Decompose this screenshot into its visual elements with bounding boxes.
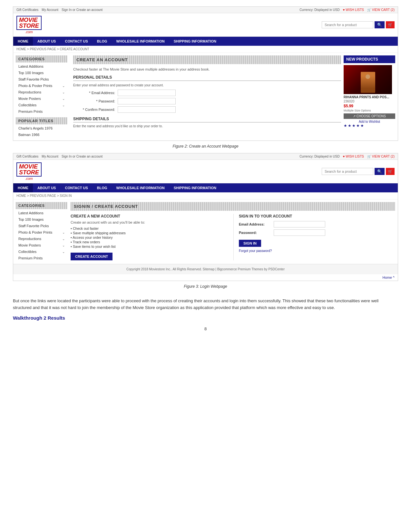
sidebar2-staff[interactable]: Staff Favorite Picks <box>16 223 67 229</box>
nav-contact1[interactable]: CONTACT US <box>60 37 92 46</box>
sidebar2-photo[interactable]: Photo & Poster Prints ⌄ <box>16 229 67 236</box>
page-title2: SIGNIN / CREATE ACCOUNT <box>71 202 395 211</box>
nav-contact2[interactable]: CONTACT US <box>60 183 92 192</box>
search-input1[interactable] <box>322 21 373 28</box>
confirm-label: * Confirm Password: <box>73 108 115 111</box>
signin-email-input[interactable] <box>274 221 325 227</box>
nav-shipping1[interactable]: SHIPPING INFORMATION <box>169 37 221 46</box>
wish-lists-link[interactable]: ♥ WISH LISTS <box>343 8 364 12</box>
footer-text: Copyright 2018 Moviestore Inc.. All Righ… <box>126 267 285 271</box>
password-input[interactable] <box>118 98 176 104</box>
new-products-title: NEW PRODUCTS <box>344 55 395 63</box>
bullet-history: Access your order history <box>71 235 227 240</box>
chevron-photo-2: ⌄ <box>62 231 65 234</box>
choose-options-button[interactable]: ↗ CHOOSE OPTIONS <box>344 113 395 119</box>
sidebar2-latest[interactable]: Latest Additions <box>16 210 67 216</box>
my-account-link2[interactable]: My Account <box>42 155 58 158</box>
nav-home2[interactable]: HOME <box>13 183 33 192</box>
personal-details-label: PERSONAL DETAILS <box>73 75 341 81</box>
add-wishlist-link[interactable]: Add to Wishlist <box>344 120 395 123</box>
nav-wholesale1[interactable]: WHOLESALE INFORMATION <box>112 37 169 46</box>
sidebar-reproductions-1[interactable]: Reproductions ⌄ <box>16 89 67 95</box>
logo2[interactable]: MOVIE STORE .com <box>16 162 42 180</box>
nav-about1[interactable]: ABOUT US <box>33 37 60 46</box>
site-header1: MOVIE STORE .com 🔍 🛒 <box>13 13 398 37</box>
chevron-collect-2: ⌄ <box>62 250 65 254</box>
my-account-link[interactable]: My Account <box>42 8 58 12</box>
topbar-right: Currency: Displayed in USD ♥ WISH LISTS … <box>299 8 395 12</box>
sidebar-movie-1[interactable]: Movie Posters ⌄ <box>16 95 67 102</box>
nav-about2[interactable]: ABOUT US <box>33 183 60 192</box>
sidebar-charlies-1[interactable]: Charlie's Angels 1976 <box>16 125 67 131</box>
wish-lists-link2[interactable]: ♥ WISH LISTS <box>343 155 364 158</box>
walkthrough-heading: Walkthrough 2 Results <box>13 315 398 321</box>
sidebar-collectibles-1[interactable]: Collectibles ⌄ <box>16 102 67 108</box>
sidebar-batman-1[interactable]: Batman 1966 <box>16 131 67 138</box>
product-name: RIHANNA PRINTS AND POS... <box>344 95 395 99</box>
logo-top-text: MOVIE STORE <box>19 17 39 29</box>
categories-title1: CATEGORIES <box>16 55 67 63</box>
sidebar-top100-1[interactable]: Top 100 Images <box>16 70 67 76</box>
product-id: 236020 <box>344 100 395 103</box>
topbar1: Gift Certificates My Account Sign In or … <box>13 7 398 13</box>
main-content1: CATEGORIES Latest Additions Top 100 Imag… <box>13 53 398 140</box>
page-title1: CREATE AN ACCOUNT <box>73 55 341 64</box>
chevron-movie-2: ⌄ <box>62 244 65 247</box>
bullet-checkout: Check out faster <box>71 226 227 231</box>
bullet-shipping: Save multiple shipping addresses <box>71 231 227 235</box>
cart-button1[interactable]: 🛒 <box>386 21 395 28</box>
sidebar-latest-additions1[interactable]: Latest Additions <box>16 63 67 70</box>
search-input2[interactable] <box>322 168 373 175</box>
sidebar2-movie[interactable]: Movie Posters ⌄ <box>16 242 67 248</box>
signin-password-input[interactable] <box>274 229 325 236</box>
nav-wholesale2[interactable]: WHOLESALE INFORMATION <box>112 183 169 192</box>
search-button2[interactable]: 🔍 <box>375 168 385 175</box>
sidebar-staff-1[interactable]: Staff Favorite Picks <box>16 76 67 82</box>
signin-password-label: Password: <box>239 231 271 235</box>
checkout-message: Checkout faster at The Movie Store and s… <box>73 67 341 71</box>
body-paragraph: But once the links were located the part… <box>13 298 398 311</box>
create-account-title: CREATE A NEW ACCOUNT <box>71 214 227 218</box>
logo-bottom-text2: .com <box>25 177 33 180</box>
shipping-note: Enter the name and address you'd like us… <box>73 124 341 128</box>
sidebar2-premium[interactable]: Premium Prints <box>16 255 67 261</box>
text-section: But once the links were located the part… <box>13 293 398 321</box>
sidebar2-collectibles[interactable]: Collectibles ⌄ <box>16 248 67 255</box>
confirm-input[interactable] <box>118 106 176 113</box>
signin-create-link[interactable]: Sign In or Create an account <box>62 8 103 12</box>
sidebar-premium-1[interactable]: Premium Prints <box>16 108 67 115</box>
sidebar2-repro[interactable]: Reproductions ⌄ <box>16 236 67 242</box>
signin-create-link2[interactable]: Sign In or Create an account <box>62 155 103 158</box>
nav-blog1[interactable]: BLOG <box>93 37 112 46</box>
search-area2: 🔍 🛒 <box>322 168 395 175</box>
sidebar2-top100[interactable]: Top 100 Images <box>16 216 67 223</box>
view-cart-link2[interactable]: 🛒 VIEW CART (2) <box>367 155 395 158</box>
forgot-password-link[interactable]: Forgot your password? <box>239 249 272 253</box>
topbar-left: Gift Certificates My Account Sign In or … <box>16 8 103 12</box>
page-number: 8 <box>13 323 398 334</box>
nav-home1[interactable]: HOME <box>13 37 33 46</box>
shipping-details-label: SHIPPING DETAILS <box>73 117 341 122</box>
gift-certificates-link2[interactable]: Gift Certificates <box>16 155 38 158</box>
home-link[interactable]: Home ^ <box>382 276 395 279</box>
sidebar-photo-1[interactable]: Photo & Poster Prints ⌄ <box>16 82 67 89</box>
logo-border: MOVIE STORE <box>16 16 42 30</box>
signin-col: SIGN IN TO YOUR ACCOUNT Email Address: P… <box>233 214 395 260</box>
cart-button2[interactable]: 🛒 <box>386 168 395 175</box>
signin-email-row: Email Address: <box>239 221 395 227</box>
gift-certificates-link[interactable]: Gift Certificates <box>16 8 38 12</box>
sidebar1: CATEGORIES Latest Additions Top 100 Imag… <box>16 55 71 138</box>
email-label: * Email Address: <box>73 91 115 95</box>
logo[interactable]: MOVIE STORE .com <box>16 16 42 34</box>
view-cart-link[interactable]: 🛒 VIEW CART (2) <box>367 8 395 12</box>
nav-shipping2[interactable]: SHIPPING INFORMATION <box>169 183 221 192</box>
email-input[interactable] <box>118 90 176 96</box>
content-area1: CREATE AN ACCOUNT Checkout faster at The… <box>71 55 344 138</box>
popular-titles-1: POPULAR TITLES <box>16 117 67 124</box>
chevron-photo-1: ⌄ <box>62 84 65 88</box>
search-button1[interactable]: 🔍 <box>375 21 385 28</box>
sign-in-button[interactable]: SIGN IN <box>239 240 261 247</box>
screenshot1: Gift Certificates My Account Sign In or … <box>13 6 398 141</box>
create-account-button[interactable]: CREATE ACCOUNT <box>71 253 113 260</box>
nav-blog2[interactable]: BLOG <box>93 183 112 192</box>
